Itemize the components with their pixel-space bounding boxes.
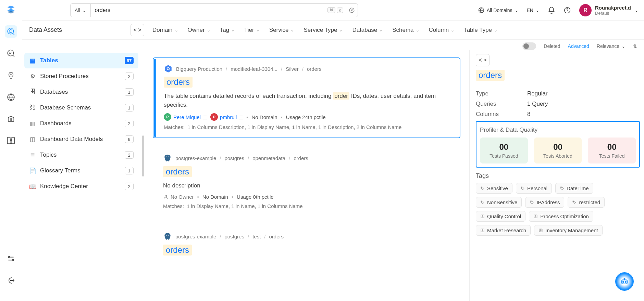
asset-type-databases[interactable]: 🗄Databases1 [24, 84, 138, 100]
filter-owner[interactable]: Owner⌄ [188, 27, 210, 34]
nav-govern-icon[interactable] [5, 113, 17, 125]
tag-icon [480, 186, 485, 191]
filter-table-type[interactable]: Table Type⌄ [464, 27, 497, 34]
tag-chip[interactable]: Sensitive [476, 183, 512, 194]
breadcrumb-item[interactable]: orders [269, 234, 284, 239]
nav-settings-icon[interactable] [5, 252, 17, 265]
asset-type-dashboard-data-models[interactable]: ◫Dashboard Data Models9 [24, 131, 138, 147]
filter-tag[interactable]: Tag⌄ [220, 27, 235, 34]
metric-value: 00 [590, 142, 634, 152]
filter-service[interactable]: Service⌄ [269, 27, 294, 34]
breadcrumb-item[interactable]: test [252, 234, 261, 239]
nav-glossary-icon[interactable] [5, 135, 17, 147]
svg-point-19 [521, 187, 522, 188]
asset-type-stored-procedures[interactable]: ⚙Stored Procedures2 [24, 68, 138, 84]
relevance-sort[interactable]: Relevance ⌄ [597, 43, 626, 49]
owner-chip[interactable]: P pmbrull ⬚ [210, 113, 243, 121]
asset-count: 2 [125, 120, 134, 127]
metric-value: 00 [482, 142, 526, 152]
kbd-k: K [337, 8, 343, 13]
svg-point-4 [10, 139, 12, 141]
detail-value: Regular [527, 90, 548, 97]
asset-icon: ⚙ [29, 73, 36, 80]
asset-type-database-schemas[interactable]: ⛓Database Schemas1 [24, 100, 138, 116]
nav-domains-icon[interactable] [5, 91, 17, 103]
result-title[interactable]: orders [163, 245, 192, 256]
breadcrumb-item[interactable]: openmetadata [252, 155, 285, 161]
asset-type-knowledge-center[interactable]: 📖Knowledge Center2 [24, 179, 138, 194]
result-title[interactable]: orders [163, 166, 192, 177]
breadcrumb-item[interactable]: orders [307, 66, 322, 72]
result-card[interactable]: Bigquery Production/ modified-leaf-3304.… [153, 57, 460, 138]
result-card[interactable]: postgres-example/ postgres/ test/ orders… [153, 226, 460, 260]
breadcrumb-item[interactable]: Silver [286, 66, 299, 72]
svg-point-5 [8, 257, 10, 258]
breadcrumb-item[interactable]: Bigquery Production [176, 66, 222, 72]
deleted-toggle[interactable] [522, 42, 536, 50]
tag-chip[interactable]: restricted [568, 197, 605, 208]
breadcrumb-item[interactable]: postgres [224, 234, 244, 239]
result-card[interactable]: postgres-example/ postgres/ openmetadata… [153, 148, 460, 217]
breadcrumb-item[interactable]: postgres-example [175, 234, 216, 239]
advanced-link[interactable]: Advanced [568, 43, 589, 49]
svg-point-30 [625, 282, 626, 283]
asset-count: 1 [125, 88, 134, 96]
svg-point-16 [166, 235, 167, 235]
profiler-heading: Profiler & Data Quality [480, 127, 636, 133]
tag-chip[interactable]: Market Research [476, 225, 531, 236]
breadcrumb-item[interactable]: modified-leaf-3304... [231, 66, 277, 72]
tag-chip[interactable]: Personal [516, 183, 552, 194]
nav-logout-icon[interactable] [5, 274, 17, 287]
detail-title[interactable]: orders [476, 70, 505, 81]
tag-chip[interactable]: DateTime [555, 183, 593, 194]
logo-icon[interactable] [5, 3, 17, 16]
filter-column[interactable]: Column⌄ [429, 27, 455, 34]
tag-chip[interactable]: Inventory Management [534, 225, 602, 236]
language-selector[interactable]: EN ⌄ [527, 8, 540, 13]
toggle-panel-button[interactable]: < > [131, 24, 144, 36]
asset-icon: ≣ [29, 152, 36, 159]
matches-info: Matches: 1 in Columns Description, 1 in … [164, 123, 449, 131]
tag-chip[interactable]: IPAddress [525, 197, 564, 208]
help-button[interactable] [564, 6, 571, 14]
asset-type-tables[interactable]: ▦Tables67 [24, 53, 138, 68]
filter-tier[interactable]: Tier⌄ [244, 27, 260, 34]
tag-chip[interactable]: Quality Control [476, 211, 525, 222]
detail-label: Columns [476, 111, 527, 118]
result-title[interactable]: orders [164, 77, 193, 88]
sort-direction-button[interactable]: ⇅ [633, 43, 637, 49]
owner-chip[interactable]: P Pere Miquel ⬚ [164, 113, 207, 121]
tests-failed-metric: 00 Tests Failed [588, 138, 636, 163]
lang-label: EN [527, 8, 533, 13]
tag-chip[interactable]: Process Optimization [529, 211, 593, 222]
owner-name: Pere Miquel [173, 114, 201, 120]
asset-type-glossary-terms[interactable]: 📄Glossary Terms1 [24, 163, 138, 179]
breadcrumb-item[interactable]: postgres [224, 155, 244, 161]
detail-toggle-button[interactable]: < > [476, 54, 490, 66]
svg-point-22 [531, 201, 532, 202]
breadcrumb-item[interactable]: postgres-example [175, 155, 216, 161]
nav-explore-icon[interactable] [5, 25, 17, 38]
filter-domain[interactable]: Domain⌄ [152, 27, 178, 34]
tag-chip[interactable]: NonSensitive [476, 197, 522, 208]
domains-selector[interactable]: All Domains ⌄ [478, 7, 519, 14]
search-scope-selector[interactable]: All ⌄ [71, 4, 91, 17]
domain-label: No Domain [252, 114, 277, 120]
tag-label: Sensitive [487, 185, 508, 191]
result-meta: P Pere Miquel ⬚ P pmbrull ⬚ • No Domain … [164, 113, 449, 121]
notifications-button[interactable] [548, 6, 555, 14]
filter-database[interactable]: Database⌄ [352, 27, 383, 34]
filter-service-type[interactable]: Service Type⌄ [304, 27, 343, 34]
breadcrumb-item[interactable]: orders [294, 155, 308, 161]
search-clear-button[interactable] [346, 7, 358, 13]
asset-type-dashboards[interactable]: ▥Dashboards2 [24, 116, 138, 131]
svg-point-15 [165, 195, 166, 197]
nav-insights-icon[interactable] [5, 69, 17, 81]
search-bar: All ⌄ ⌘ K [70, 3, 358, 17]
nav-observe-icon[interactable] [5, 47, 17, 60]
user-menu[interactable]: R Rounakpreet.d Default ⌄ [579, 4, 639, 16]
asset-type-topics[interactable]: ≣Topics2 [24, 147, 138, 163]
filter-schema[interactable]: Schema⌄ [392, 27, 419, 34]
search-input[interactable] [91, 4, 325, 17]
chat-bot-button[interactable] [615, 272, 634, 291]
